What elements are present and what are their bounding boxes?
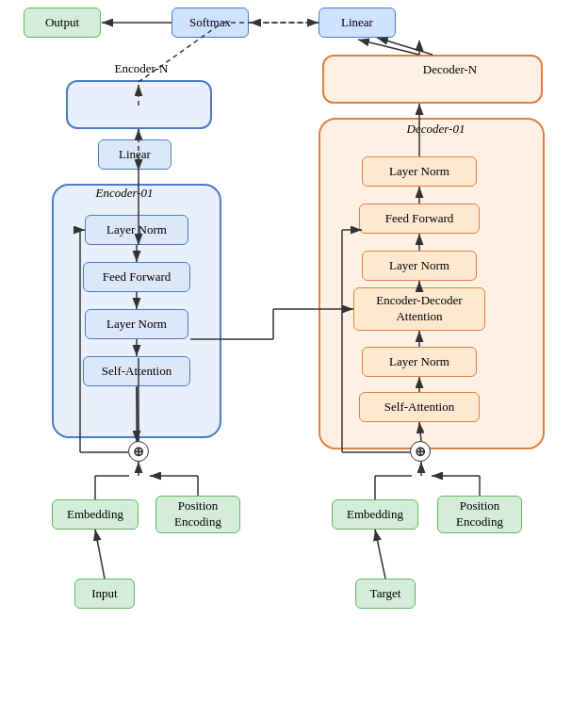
enc-embedding-box: Embedding bbox=[52, 499, 139, 530]
dec-feedfwd-label: Feed Forward bbox=[385, 211, 454, 227]
dec-feedfwd-box: Feed Forward bbox=[359, 204, 480, 234]
dec-encdec-label: Encoder-Decoder Attention bbox=[376, 293, 462, 325]
dec-target-box: Target bbox=[355, 579, 416, 609]
enc-embedding-label: Embedding bbox=[67, 507, 123, 523]
enc-posenc-label: Position Encoding bbox=[174, 498, 221, 530]
linear-enc-label: Linear bbox=[119, 147, 151, 163]
enc-input-box: Input bbox=[74, 579, 135, 609]
enc-selfattn-label: Self-Attention bbox=[102, 364, 172, 380]
enc-layernorm1-label: Layer Norm bbox=[106, 222, 167, 238]
dec-layernorm3-box: Layer Norm bbox=[362, 156, 477, 187]
svg-line-42 bbox=[377, 38, 433, 55]
dec-layernorm3-label: Layer Norm bbox=[389, 164, 449, 180]
output-label: Output bbox=[45, 15, 79, 31]
enc-selfattn-box: Self-Attention bbox=[83, 356, 190, 386]
dec-layernorm2-label: Layer Norm bbox=[389, 258, 449, 274]
dec-embedding-box: Embedding bbox=[332, 499, 418, 530]
dec-embedding-label: Embedding bbox=[347, 507, 403, 523]
transformer-diagram: Output Softmax Linear Encoder-N Linear D… bbox=[0, 0, 588, 718]
dec-encdec-box: Encoder-Decoder Attention bbox=[353, 287, 485, 331]
enc-plus-circle: ⊕ bbox=[128, 441, 149, 462]
linear-enc-box: Linear bbox=[98, 139, 172, 170]
svg-line-21 bbox=[95, 530, 105, 579]
svg-line-4 bbox=[358, 40, 419, 55]
enc-feedfwd-box: Feed Forward bbox=[83, 262, 190, 292]
dec-posenc-box: Position Encoding bbox=[437, 496, 522, 533]
enc-layernorm1-box: Layer Norm bbox=[85, 215, 188, 245]
encoder-n-container bbox=[66, 80, 212, 129]
enc-feedfwd-label: Feed Forward bbox=[103, 269, 172, 286]
softmax-label: Softmax bbox=[189, 15, 231, 31]
dec-target-label: Target bbox=[370, 586, 401, 602]
encoder-01-label: Encoder-01 bbox=[68, 186, 181, 201]
dec-layernorm2-box: Layer Norm bbox=[362, 251, 477, 281]
dec-selfattn-box: Self-Attention bbox=[359, 392, 480, 422]
dec-posenc-label: Position Encoding bbox=[456, 498, 503, 530]
linear-top-box: Linear bbox=[318, 8, 396, 38]
dec-layernorm1-box: Layer Norm bbox=[362, 347, 477, 377]
softmax-box: Softmax bbox=[172, 8, 249, 38]
dec-layernorm1-label: Layer Norm bbox=[389, 354, 449, 370]
encoder-n-label: Encoder-N bbox=[94, 61, 188, 76]
dec-selfattn-label: Self-Attention bbox=[384, 400, 454, 416]
decoder-01-label: Decoder-01 bbox=[344, 122, 528, 137]
enc-layernorm2-box: Layer Norm bbox=[85, 309, 188, 339]
decoder-n-label: Decoder-N bbox=[368, 62, 532, 77]
dec-plus-circle: ⊕ bbox=[410, 441, 431, 462]
enc-input-label: Input bbox=[91, 586, 117, 602]
output-box: Output bbox=[24, 8, 101, 38]
enc-posenc-box: Position Encoding bbox=[155, 496, 240, 533]
enc-layernorm2-label: Layer Norm bbox=[106, 317, 167, 333]
linear-top-label: Linear bbox=[341, 15, 373, 31]
svg-line-35 bbox=[375, 530, 385, 579]
